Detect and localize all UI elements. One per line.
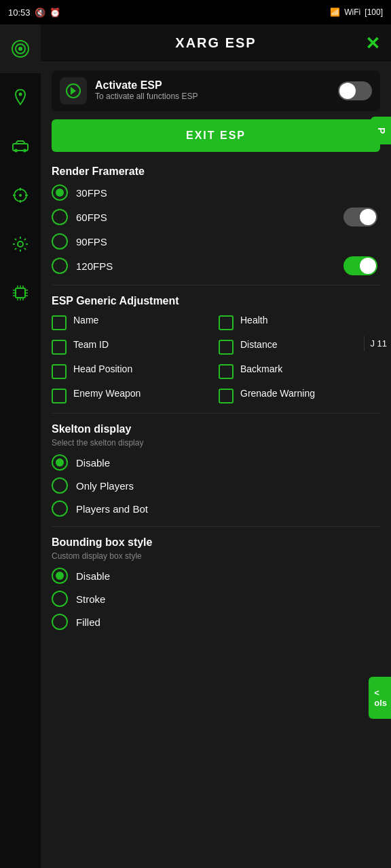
svg-point-8 [19,194,22,197]
checkbox-head-position-label: Head Position [73,363,132,375]
mute-icon: 🔇 [35,7,45,18]
checkbox-backmark-box [219,364,234,379]
svg-rect-14 [16,288,25,298]
bounding-box-title: Bounding box style [52,536,380,549]
alarm-icon: ⏰ [50,7,60,18]
sidebar-item-gear[interactable] [0,220,41,269]
fps-120-toggle-knob [360,258,376,274]
skelton-players-label: Only Players [76,480,134,492]
sidebar-item-crosshair[interactable] [0,171,41,220]
bbox-disable-option[interactable]: Disable [52,568,380,584]
bbox-stroke-option[interactable]: Stroke [52,591,380,607]
checkbox-grenade-warning[interactable]: Grenade Warning [219,387,380,403]
divider-1 [52,285,380,285]
fps-option-120[interactable]: 120FPS [52,258,113,274]
sidebar-item-car[interactable] [0,122,41,171]
svg-point-6 [23,149,26,153]
esp-generic-section: ESP Generic Adjustment Name Health [52,295,380,403]
checkbox-health-label: Health [240,314,267,326]
location-icon [10,87,31,108]
floating-tab-top[interactable]: P [371,117,391,144]
fps-radio-120 [52,258,68,274]
render-framerate-section: Render Framerate 30FPS 60FPS [52,165,380,275]
skelton-display-section: Skelton display Select the skelton displ… [52,423,380,517]
checkbox-grenade-warning-box [219,389,234,403]
activate-title: Activate ESP [95,79,330,92]
status-left: 10:53 🔇 ⏰ [8,7,60,18]
bbox-disable-radio [52,568,68,584]
checkbox-backmark[interactable]: Backmark [219,363,380,379]
checkbox-head-position[interactable]: Head Position [52,363,213,379]
sidebar-item-chip[interactable] [0,269,41,317]
checkbox-name-label: Name [73,314,98,326]
activate-icon [60,77,87,104]
app-header: XARG ESP ✕ [41,24,391,62]
fps-label-120: 120FPS [76,260,113,272]
signal-icon: 📶 [330,7,340,17]
battery-display: [100] [365,7,383,17]
fps-radio-90 [52,233,68,250]
fps-label-60: 60FPS [76,212,107,223]
sidebar [0,24,41,868]
car-icon [10,136,31,157]
fps-60-toggle-knob [360,209,376,225]
checkbox-distance-label: Distance [240,338,277,351]
fps-60-toggle[interactable] [343,208,377,226]
fps-option-30[interactable]: 30FPS [52,184,380,201]
floating-badge-j11: J 11 [364,336,391,351]
crosshair-icon [10,185,31,205]
skelton-disable-option[interactable]: Disable [52,454,380,471]
skelton-disable-label: Disable [76,457,110,469]
svg-point-2 [18,47,22,51]
sidebar-item-location[interactable] [0,73,41,122]
fps-option-60[interactable]: 60FPS [52,209,107,225]
bounding-box-section: Bounding box style Custom display box st… [52,536,380,630]
app-container: XARG ESP ✕ P Activate ESP To activate al… [0,24,391,868]
exit-esp-button[interactable]: EXIT ESP [52,119,380,152]
checkbox-enemy-weapon-label: Enemy Weapon [73,387,141,399]
checkbox-grenade-warning-label: Grenade Warning [240,387,315,399]
checkbox-name[interactable]: Name [52,314,213,330]
checkbox-distance[interactable]: Distance [219,338,380,355]
skelton-disable-radio [52,454,68,471]
divider-2 [52,413,380,414]
fps-120-toggle[interactable] [343,256,377,275]
activate-row: Activate ESP To activate all functions E… [52,71,380,111]
fps-options-container: 30FPS 60FPS 90FPS [52,184,380,275]
checkbox-team-id[interactable]: Team ID [52,338,213,355]
settings-panel: P Activate ESP To activate all functions… [41,62,391,868]
floating-tab-bottom[interactable]: <ols [369,677,391,719]
bbox-stroke-label: Stroke [76,593,105,605]
skelton-players-option[interactable]: Only Players [52,477,380,494]
bbox-filled-option[interactable]: Filled [52,614,380,630]
svg-point-13 [18,241,23,247]
skelton-players-bot-radio [52,500,68,517]
chip-icon [10,283,31,303]
esp-generic-title: ESP Generic Adjustment [52,295,380,307]
bbox-stroke-radio [52,591,68,607]
skelton-players-radio [52,477,68,494]
render-framerate-title: Render Framerate [52,165,380,178]
skelton-players-bot-option[interactable]: Players and Bot [52,500,380,517]
fps-label-90: 90FPS [76,236,107,248]
gear-icon [10,234,31,254]
fps-option-90[interactable]: 90FPS [52,233,380,250]
checkbox-backmark-label: Backmark [240,363,282,375]
close-button[interactable]: ✕ [365,33,380,54]
checkbox-health[interactable]: Health [219,314,380,330]
checkbox-name-box [52,315,67,330]
svg-point-3 [19,93,22,96]
skelton-title: Skelton display [52,423,380,435]
checkbox-enemy-weapon[interactable]: Enemy Weapon [52,387,213,403]
sidebar-item-eye[interactable] [0,24,41,73]
app-title: XARG ESP [175,35,256,51]
fps-120-row: 120FPS [52,256,380,275]
checkbox-head-position-box [52,364,67,379]
activate-toggle[interactable] [338,81,372,100]
skelton-subtitle: Select the skelton display [52,438,380,448]
toggle-knob [339,83,356,99]
bounding-box-subtitle: Custom display box style [52,551,380,561]
checkbox-health-box [219,315,234,330]
activate-text-block: Activate ESP To activate all functions E… [95,79,330,102]
fps-60-row: 60FPS [52,208,380,226]
